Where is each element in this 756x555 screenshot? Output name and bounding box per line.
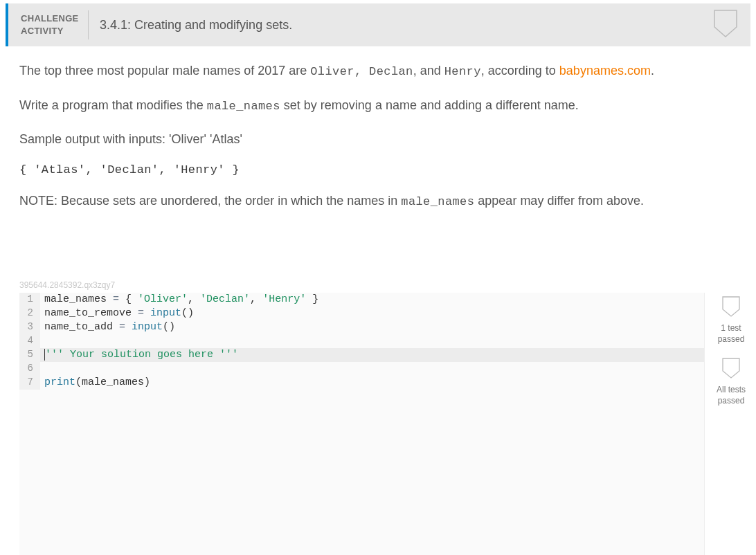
code-line-4[interactable]: 4 — [19, 334, 704, 348]
p2-code: male_names — [207, 100, 280, 113]
header-label-line2: ACTIVITY — [21, 25, 75, 37]
header-label: CHALLENGE ACTIVITY — [8, 12, 88, 37]
p1-end: . — [651, 64, 654, 78]
p1-code-declan: Declan — [369, 65, 413, 78]
code-line-5[interactable]: 5 ''' Your solution goes here ''' — [19, 348, 704, 362]
test-badges-column: 1 test passed All tests passed — [705, 293, 750, 555]
code-line-7[interactable]: 7 print(male_names) — [19, 376, 704, 390]
line-number: 5 — [19, 348, 40, 362]
line-code-7[interactable]: print(male_names) — [40, 376, 150, 390]
line-number: 7 — [19, 376, 40, 390]
p1-text: The top three most popular male names of… — [19, 64, 310, 78]
description-p2: Write a program that modifies the male_n… — [19, 96, 737, 116]
line-code-5[interactable]: ''' Your solution goes here ''' — [40, 348, 238, 362]
code-editor[interactable]: 1 male_names = { 'Oliver', 'Declan', 'He… — [19, 293, 705, 555]
description-note: NOTE: Because sets are unordered, the or… — [19, 192, 737, 211]
shield-icon — [721, 295, 741, 318]
p4-code: male_names — [401, 195, 474, 208]
code-line-2[interactable]: 2 name_to_remove = input() — [19, 307, 704, 320]
babynames-link[interactable]: babynames.com — [559, 64, 651, 78]
code-line-6[interactable]: 6 — [19, 362, 704, 376]
line-number: 6 — [19, 362, 40, 376]
line-number: 4 — [19, 334, 40, 348]
header-label-line1: CHALLENGE — [21, 12, 75, 25]
watermark: 395644.2845392.qx3zqy7 — [0, 280, 756, 290]
p1-code-oliver: Oliver — [310, 65, 354, 78]
editor-area: 1 male_names = { 'Oliver', 'Declan', 'He… — [0, 293, 756, 555]
line-number: 3 — [19, 320, 40, 334]
description-p1: The top three most popular male names of… — [19, 62, 737, 81]
p1-post: , according to — [481, 64, 559, 78]
p4-pre: NOTE: Because sets are unordered, the or… — [19, 194, 401, 208]
line-code-3[interactable]: name_to_add = input() — [40, 320, 175, 334]
line-number: 1 — [19, 293, 40, 307]
shield-icon — [721, 357, 741, 379]
one-test-passed-badge: 1 test passed — [712, 295, 750, 345]
sample-label: Sample output with inputs: 'Oliver' 'Atl… — [19, 130, 737, 148]
line-code-2[interactable]: name_to_remove = input() — [40, 307, 194, 320]
sample-output: { 'Atlas', 'Declan', 'Henry' } — [19, 163, 737, 176]
line-code-4[interactable] — [40, 334, 44, 348]
description-section: The top three most popular male names of… — [0, 46, 756, 233]
p1-sep2: , and — [413, 64, 444, 78]
code-line-3[interactable]: 3 name_to_add = input() — [19, 320, 704, 334]
p1-sep1: , — [354, 65, 369, 78]
code-line-1[interactable]: 1 male_names = { 'Oliver', 'Declan', 'He… — [19, 293, 704, 307]
badge-label: All tests passed — [712, 385, 750, 406]
line-number: 2 — [19, 307, 40, 320]
line-code-1[interactable]: male_names = { 'Oliver', 'Declan', 'Henr… — [40, 293, 318, 307]
all-tests-passed-badge: All tests passed — [712, 357, 750, 406]
p4-post: appear may differ from above. — [474, 194, 644, 208]
header-shield-icon — [713, 9, 738, 41]
header-title: 3.4.1: Creating and modifying sets. — [89, 18, 292, 33]
p2-pre: Write a program that modifies the — [19, 98, 207, 112]
p1-code-henry: Henry — [444, 65, 481, 78]
line-code-6[interactable] — [40, 362, 44, 376]
badge-label: 1 test passed — [712, 323, 750, 345]
p2-post: set by removing a name and adding a diff… — [280, 98, 579, 112]
challenge-header: CHALLENGE ACTIVITY 3.4.1: Creating and m… — [6, 3, 750, 46]
